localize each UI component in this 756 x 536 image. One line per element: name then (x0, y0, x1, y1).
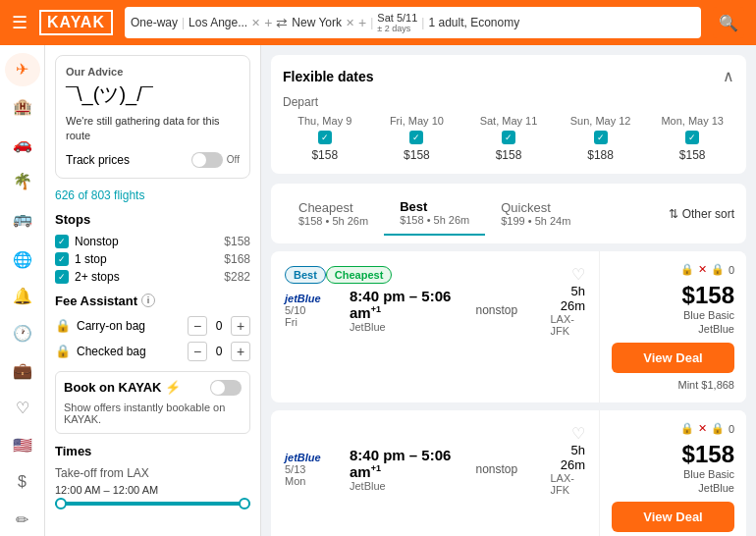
sort-tab[interactable]: Best $158 • 5h 26m (384, 191, 485, 236)
date-checkbox[interactable] (318, 131, 332, 144)
other-sort[interactable]: ⇅ Other sort (669, 207, 734, 221)
stop-check[interactable]: 2+ stops (55, 270, 120, 284)
slider-thumb-left[interactable] (55, 498, 67, 509)
sort-tab[interactable]: Cheapest $158 • 5h 26m (283, 192, 384, 235)
nav-packages-icon[interactable]: 🌴 (5, 165, 40, 198)
nav-trains-icon[interactable]: 🚌 (5, 201, 40, 235)
date-column[interactable]: Mon, May 13 $158 (650, 115, 734, 162)
carry-on-counter: − 0 + (188, 316, 250, 336)
stop-checkbox[interactable] (55, 270, 69, 284)
book-section: Book on KAYAK ⚡ Show offers instantly bo… (55, 371, 250, 434)
book-toggle-knob (211, 381, 225, 395)
checked-bag-plus[interactable]: + (231, 342, 250, 361)
search-bar: One-way | Los Ange... ✕ + ⇄ New York ✕ +… (125, 7, 701, 38)
flight-tag[interactable]: Best (285, 266, 326, 284)
flight-info: jetBlue 5/10 Fri 8:40 pm – 5:06 am+1 Jet… (285, 284, 585, 337)
stop-label: 1 stop (75, 252, 107, 266)
trip-type-pill[interactable]: One-way (131, 16, 178, 29)
flight-duration: 5h 26m (551, 443, 586, 472)
dates-grid: Thu, May 9 $158 Fri, May 10 $158 Sat, Ma… (283, 115, 734, 162)
sort-tabs-list: Cheapest $158 • 5h 26m Best $158 • 5h 26… (283, 191, 669, 236)
carry-on-minus[interactable]: − (188, 316, 207, 336)
nav-heart-icon[interactable]: ♡ (5, 392, 40, 425)
sort-tab[interactable]: Quickest $199 • 5h 24m (485, 192, 586, 235)
nav-clock-icon[interactable]: 🕐 (5, 317, 40, 350)
slider-thumb-right[interactable] (239, 498, 250, 509)
origin-add[interactable]: + (264, 15, 272, 30)
nav-alert-icon[interactable]: 🔔 (5, 280, 40, 313)
date-field[interactable]: Sat 5/11 ± 2 days (377, 12, 417, 33)
sort-icon: ⇅ (669, 207, 678, 221)
stop-price: $158 (224, 235, 250, 248)
travelers-field[interactable]: 1 adult, Economy (428, 16, 519, 29)
nav-flag-icon[interactable]: 🇺🇸 (5, 428, 40, 461)
swap-icon[interactable]: ⇄ (276, 15, 288, 30)
kaomoji: ¯\_(ツ)_/¯ (66, 81, 240, 108)
date-label: Thu, May 9 (283, 115, 367, 127)
toggle-switch[interactable] (191, 152, 223, 168)
stop-check[interactable]: 1 stop (55, 252, 107, 266)
flight-time-block: 8:40 pm – 5:06 am+1 JetBlue (350, 447, 460, 492)
destination-add[interactable]: + (358, 15, 366, 30)
bag-x: ✕ (698, 263, 707, 276)
origin-pill[interactable]: Los Ange... ✕ (189, 16, 260, 29)
nav-cars-icon[interactable]: 🚗 (5, 128, 40, 161)
book-toggle[interactable] (210, 380, 242, 396)
destination-label: New York (292, 16, 342, 29)
advice-box: Our Advice ¯\_(ツ)_/¯ We're still gatheri… (55, 55, 250, 179)
date-price: $158 (466, 148, 551, 162)
book-text: Show offers instantly bookable on KAYAK. (64, 402, 242, 425)
stop-checkbox[interactable] (55, 235, 69, 248)
fee-info-icon[interactable]: i (141, 294, 155, 307)
date-checkbox[interactable] (685, 131, 699, 144)
origin-clear[interactable]: ✕ (251, 17, 260, 29)
carry-on-plus[interactable]: + (231, 316, 250, 336)
date-checkbox[interactable] (502, 131, 515, 144)
date-checkbox[interactable] (409, 131, 423, 144)
flight-card: BestCheapest ♡ jetBlue 5/10 Fri 8:40 pm … (271, 251, 746, 402)
flight-route: LAX-JFK (551, 472, 586, 496)
collapse-button[interactable]: ∧ (723, 67, 734, 85)
flex-dates-title: Flexible dates (283, 69, 374, 84)
bag-count: 0 (729, 423, 734, 435)
flight-price: $158 (682, 441, 734, 468)
time-slider[interactable] (55, 502, 250, 506)
view-deal-button[interactable]: View Deal (612, 502, 734, 532)
flight-price-col: 🔒 ✕ 🔒 0 $158 Blue Basic JetBlue View Dea… (599, 251, 746, 402)
stops-list: Nonstop $158 1 stop $168 2+ stops $282 (55, 235, 250, 284)
nav-flights-icon[interactable]: ✈ (5, 53, 40, 86)
nav-hotels-icon[interactable]: 🏨 (5, 90, 40, 124)
flight-cards-list: BestCheapest ♡ jetBlue 5/10 Fri 8:40 pm … (271, 251, 746, 536)
date-price: $188 (559, 148, 643, 162)
times-title: Times (55, 444, 250, 458)
flight-day: Fri (285, 316, 334, 328)
date-checkbox[interactable] (594, 131, 608, 144)
date-column[interactable]: Sat, May 11 $158 (466, 115, 551, 162)
nav-globe-icon[interactable]: 🌐 (5, 242, 40, 276)
bag-lock2-icon: 🔒 (711, 263, 725, 276)
date-column[interactable]: Fri, May 10 $158 (375, 115, 459, 162)
date-column[interactable]: Thu, May 9 $158 (283, 115, 367, 162)
flight-tag[interactable]: Cheapest (326, 266, 393, 284)
date-column[interactable]: Sun, May 12 $188 (559, 115, 643, 162)
heart-button[interactable]: ♡ (571, 424, 585, 443)
trip-type-label: One-way (131, 16, 178, 29)
checked-bag-minus[interactable]: − (188, 342, 207, 361)
toggle-off-label: Off (227, 154, 240, 165)
nav-bag-icon[interactable]: 💼 (5, 354, 40, 388)
flight-duration-block: 5h 26m LAX-JFK (551, 443, 586, 496)
track-toggle[interactable]: Off (191, 152, 240, 168)
hamburger-menu[interactable]: ☰ (12, 12, 27, 33)
search-button[interactable]: 🔍 (713, 7, 744, 38)
stop-check[interactable]: Nonstop (55, 235, 119, 248)
tag-row: ♡ (285, 424, 585, 443)
view-deal-button[interactable]: View Deal (612, 343, 734, 373)
destination-pill[interactable]: New York ✕ (292, 16, 354, 29)
destination-clear[interactable]: ✕ (346, 17, 354, 29)
stop-checkbox[interactable] (55, 252, 69, 266)
heart-button[interactable]: ♡ (571, 265, 585, 284)
flight-card: ♡ jetBlue 5/13 Mon 8:40 pm – 5:06 am+1 J… (271, 410, 746, 536)
nav-edit-icon[interactable]: ✏ (5, 503, 40, 536)
carry-on-label: Carry-on bag (77, 319, 182, 333)
nav-dollar-icon[interactable]: $ (5, 465, 40, 499)
